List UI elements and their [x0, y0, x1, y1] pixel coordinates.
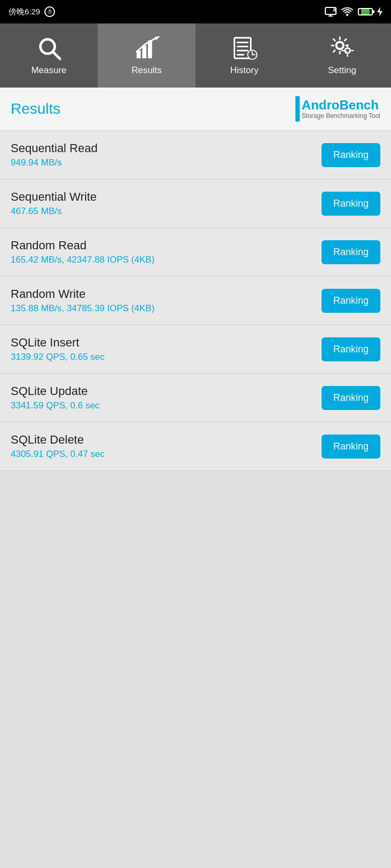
battery-icon [358, 8, 373, 15]
results-list: Sequential Read 949.94 MB/s Ranking Sequ… [0, 131, 391, 471]
result-item: Random Read 165.42 MB/s, 42347.88 IOPS (… [0, 228, 391, 277]
brand-subtitle: Storage Benchmarking Tool [302, 113, 380, 120]
result-item: Random Write 135.88 MB/s, 34785.39 IOPS … [0, 277, 391, 325]
result-name: Random Read [11, 239, 322, 252]
result-name: SQLite Update [11, 384, 322, 398]
charging-icon [377, 7, 382, 17]
ranking-button[interactable]: Ranking [322, 386, 380, 410]
result-item: Sequential Read 949.94 MB/s Ranking [0, 131, 391, 179]
status-bar: 傍晚6:29 ® [0, 0, 391, 23]
result-info: Random Write 135.88 MB/s, 34785.39 IOPS … [11, 287, 322, 314]
tab-history[interactable]: History [196, 23, 293, 88]
tab-setting-label: Setting [328, 65, 356, 76]
results-icon [134, 35, 160, 61]
result-name: Sequential Read [11, 141, 322, 155]
tab-results-label: Results [131, 65, 162, 76]
time-display: 傍晚6:29 [9, 7, 40, 17]
ranking-button[interactable]: Ranking [322, 289, 380, 313]
result-info: SQLite Delete 4305.91 QPS, 0.47 sec [11, 433, 322, 460]
result-value: 3341.59 QPS, 0.6 sec [11, 400, 322, 411]
result-info: Sequential Read 949.94 MB/s [11, 141, 322, 168]
measure-icon [36, 35, 62, 61]
brand-bar [295, 96, 300, 122]
result-name: Sequential Write [11, 190, 322, 204]
nav-tabs: Measure Results History [0, 23, 391, 88]
svg-rect-11 [142, 45, 146, 58]
setting-icon [330, 35, 355, 61]
ranking-button[interactable]: Ranking [322, 435, 380, 459]
tab-measure[interactable]: Measure [0, 23, 98, 88]
registered-icon: ® [44, 6, 55, 17]
battery-fill [361, 9, 370, 14]
result-item: SQLite Insert 3139.92 QPS, 0.65 sec Rank… [0, 325, 391, 374]
result-info: Random Read 165.42 MB/s, 42347.88 IOPS (… [11, 239, 322, 265]
ranking-button[interactable]: Ranking [322, 143, 380, 167]
ranking-button[interactable]: Ranking [322, 337, 380, 361]
status-bar-right [325, 7, 382, 17]
result-value: 467.65 MB/s [11, 206, 322, 217]
result-info: SQLite Insert 3139.92 QPS, 0.65 sec [11, 336, 322, 362]
tab-setting[interactable]: Setting [293, 23, 391, 88]
result-value: 135.88 MB/s, 34785.39 IOPS (4KB) [11, 303, 322, 314]
svg-marker-7 [377, 7, 382, 17]
brand-text: AndroBench Storage Benchmarking Tool [302, 98, 380, 120]
result-value: 3139.92 QPS, 0.65 sec [11, 352, 322, 362]
tab-results[interactable]: Results [98, 23, 196, 88]
result-name: SQLite Delete [11, 433, 322, 447]
screen-icon [325, 7, 337, 17]
svg-line-9 [52, 52, 59, 59]
result-item: SQLite Update 3341.59 QPS, 0.6 sec Ranki… [0, 374, 391, 422]
wifi-icon [341, 7, 354, 17]
status-bar-left: 傍晚6:29 ® [9, 6, 55, 17]
brand-name-part2: Bench [339, 98, 378, 112]
result-info: Sequential Write 467.65 MB/s [11, 190, 322, 217]
result-name: SQLite Insert [11, 336, 322, 350]
result-item: Sequential Write 467.65 MB/s Ranking [0, 179, 391, 228]
ranking-button[interactable]: Ranking [322, 240, 380, 264]
results-header: Results AndroBench Storage Benchmarking … [0, 88, 391, 131]
ranking-button[interactable]: Ranking [322, 192, 380, 216]
brand-name-part1: Andro [302, 98, 340, 112]
results-page-title: Results [11, 100, 60, 117]
result-value: 949.94 MB/s [11, 157, 322, 168]
result-item: SQLite Delete 4305.91 QPS, 0.47 sec Rank… [0, 422, 391, 471]
result-value: 165.42 MB/s, 42347.88 IOPS (4KB) [11, 255, 322, 265]
svg-point-22 [336, 42, 343, 49]
result-value: 4305.91 QPS, 0.47 sec [11, 449, 322, 460]
svg-point-6 [346, 14, 348, 16]
brand-logo: AndroBench Storage Benchmarking Tool [295, 96, 380, 122]
tab-history-label: History [230, 65, 259, 76]
result-info: SQLite Update 3341.59 QPS, 0.6 sec [11, 384, 322, 411]
tab-measure-label: Measure [31, 65, 66, 76]
history-icon [232, 35, 257, 61]
result-name: Random Write [11, 287, 322, 301]
brand-name: AndroBench [302, 98, 380, 112]
